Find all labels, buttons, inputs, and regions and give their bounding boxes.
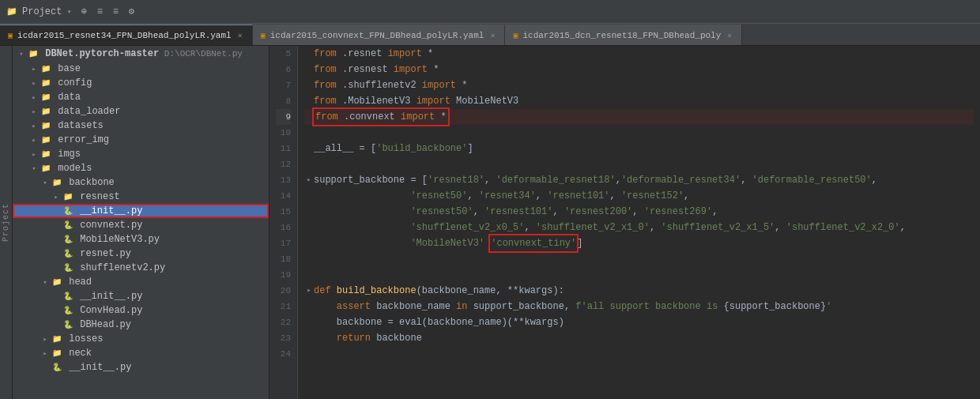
ln-5: 5 bbox=[276, 46, 291, 62]
models-folder-icon: 📁 bbox=[40, 163, 52, 174]
gutter-22 bbox=[304, 314, 314, 330]
sidebar-item-shufflenetv2[interactable]: 🐍 shufflenetv2.py bbox=[13, 261, 269, 275]
code-line-23: return backbone bbox=[304, 330, 974, 346]
gutter-21 bbox=[304, 299, 314, 314]
main-area: Project 📁 DBNet.pytorch-master D:\OCR\DB… bbox=[0, 46, 980, 399]
code-line-21: assert backbone_name in support_backbone… bbox=[304, 299, 974, 314]
gutter-20: ▸ bbox=[304, 283, 314, 299]
sidebar-item-dbhead[interactable]: 🐍 DBHead.py bbox=[13, 318, 269, 332]
sidebar-item-init-head[interactable]: 🐍 __init__.py bbox=[13, 289, 269, 303]
ln-14: 14 bbox=[276, 188, 291, 204]
resnet-py-icon: 🐍 bbox=[62, 248, 74, 259]
sidebar-label-convhead: ConvHead.py bbox=[74, 305, 142, 316]
ln-12: 12 bbox=[276, 156, 291, 172]
gutter-16 bbox=[304, 220, 314, 235]
code-line-15: 'resnest50', 'resnest101', 'resnest200',… bbox=[304, 204, 974, 220]
code-line-7: from .shufflenetv2 import * bbox=[304, 77, 974, 93]
head-folder-icon: 📁 bbox=[51, 277, 63, 288]
tab-close-1[interactable]: ✕ bbox=[236, 30, 244, 41]
datasets-expand-arrow[interactable] bbox=[28, 122, 40, 130]
ln-23: 23 bbox=[276, 330, 291, 346]
code-content[interactable]: from .resnet import * from .resnest impo… bbox=[298, 46, 980, 399]
code-line-8: from .MobilenetV3 import MobileNetV3 bbox=[304, 93, 974, 109]
tab-3[interactable]: ▣ icdar2015_dcn_resnet18_FPN_DBhead_poly… bbox=[505, 24, 742, 45]
sidebar-item-losses[interactable]: 📁 losses bbox=[13, 332, 269, 346]
root-folder-icon: 📁 bbox=[27, 48, 40, 59]
gutter-5 bbox=[304, 46, 314, 62]
tab-yaml-icon-3: ▣ bbox=[513, 31, 518, 40]
sidebar-item-base[interactable]: 📁 base bbox=[13, 62, 269, 76]
sidebar-item-datasets[interactable]: 📁 datasets bbox=[13, 119, 269, 133]
data-expand-arrow[interactable] bbox=[28, 93, 40, 102]
sidebar-label-resnest: resnest bbox=[74, 191, 120, 202]
resnest-folder-icon: 📁 bbox=[62, 191, 74, 202]
imgs-folder-icon: 📁 bbox=[40, 149, 52, 160]
sidebar-item-resnet[interactable]: 🐍 resnet.py bbox=[13, 247, 269, 261]
tab-yaml-icon-2: ▣ bbox=[261, 31, 266, 40]
sidebar-item-init-models[interactable]: 🐍 __init__.py bbox=[13, 360, 269, 375]
root-expand-arrow[interactable] bbox=[16, 50, 27, 58]
list-icon[interactable]: ≡ bbox=[93, 6, 106, 18]
sidebar-item-data[interactable]: 📁 data bbox=[13, 90, 269, 104]
sidebar-item-models[interactable]: 📁 models bbox=[13, 161, 269, 175]
sidebar-label-models: models bbox=[52, 163, 92, 174]
sidebar-item-backbone[interactable]: 📁 backbone bbox=[13, 175, 269, 190]
config-expand-arrow[interactable] bbox=[28, 79, 40, 88]
sidebar-item-head[interactable]: 📁 head bbox=[13, 275, 269, 289]
data-folder-icon: 📁 bbox=[40, 92, 52, 103]
sidebar-item-convnext[interactable]: 🐍 convnext.py bbox=[13, 218, 269, 232]
tab-2[interactable]: ▣ icdar2015_convnext_FPN_DBhead_polyLR.y… bbox=[253, 24, 506, 45]
title-bar: 📁 Project ▾ ⊕ ≡ ≡ ⚙ bbox=[0, 0, 980, 24]
folder-icon-small: 📁 bbox=[6, 6, 17, 17]
sidebar-item-neck[interactable]: 📁 neck bbox=[13, 346, 269, 360]
ln-6: 6 bbox=[276, 62, 291, 77]
dropdown-arrow[interactable]: ▾ bbox=[66, 7, 71, 17]
sidebar-item-imgs[interactable]: 📁 imgs bbox=[13, 147, 269, 161]
sidebar-item-error-img[interactable]: 📁 error_img bbox=[13, 133, 269, 147]
sort-icon[interactable]: ≡ bbox=[109, 6, 122, 18]
ln-18: 18 bbox=[276, 251, 291, 267]
sidebar-item-mobilenetv3[interactable]: 🐍 MobileNetV3.py bbox=[13, 232, 269, 247]
sidebar-label-convnext: convnext.py bbox=[74, 220, 142, 231]
code-area[interactable]: 5 6 7 8 9 10 11 12 13 14 15 16 17 18 19 … bbox=[270, 46, 980, 399]
sidebar-label-shufflenetv2: shufflenetv2.py bbox=[74, 262, 165, 273]
tab-close-3[interactable]: ✕ bbox=[726, 30, 733, 41]
losses-expand-arrow[interactable] bbox=[40, 335, 51, 344]
sidebar-item-init-backbone[interactable]: 🐍 __init__.py bbox=[13, 204, 269, 218]
sidebar-root-item[interactable]: 📁 DBNet.pytorch-master D:\OCR\DBNet.py bbox=[13, 46, 269, 62]
gutter-19 bbox=[304, 267, 314, 283]
ln-22: 22 bbox=[276, 314, 291, 330]
gutter-14 bbox=[304, 188, 314, 204]
sync-icon[interactable]: ⊕ bbox=[77, 6, 90, 18]
error-img-expand-arrow[interactable] bbox=[28, 136, 40, 145]
base-expand-arrow[interactable] bbox=[28, 65, 40, 73]
settings-icon[interactable]: ⚙ bbox=[125, 6, 138, 18]
tab-close-2[interactable]: ✕ bbox=[488, 30, 496, 41]
sidebar-item-data-loader[interactable]: 📁 data_loader bbox=[13, 104, 269, 119]
models-expand-arrow[interactable] bbox=[28, 164, 40, 173]
data-loader-expand-arrow[interactable] bbox=[28, 107, 40, 116]
project-label: Project bbox=[22, 6, 62, 17]
dbhead-py-icon: 🐍 bbox=[62, 319, 74, 330]
tab-1[interactable]: ▣ icdar2015_resnet34_FPN_DBhead_polyLR.y… bbox=[0, 24, 253, 45]
ln-13: 13 bbox=[276, 172, 291, 188]
sidebar-label-error-img: error_img bbox=[52, 134, 109, 145]
sidebar-item-resnest[interactable]: 📁 resnest bbox=[13, 190, 269, 204]
head-expand-arrow[interactable] bbox=[40, 278, 51, 287]
ln-8: 8 bbox=[276, 93, 291, 109]
resnest-expand-arrow[interactable] bbox=[51, 193, 62, 201]
code-line-12 bbox=[304, 156, 974, 172]
sidebar-label-init-models: __init__.py bbox=[63, 362, 131, 373]
sidebar-label-base: base bbox=[52, 63, 81, 74]
sidebar-item-config[interactable]: 📁 config bbox=[13, 76, 269, 90]
imgs-expand-arrow[interactable] bbox=[28, 150, 40, 159]
sidebar-item-convhead[interactable]: 🐍 ConvHead.py bbox=[13, 303, 269, 318]
code-line-24 bbox=[304, 346, 974, 362]
gutter-7 bbox=[304, 77, 314, 93]
neck-expand-arrow[interactable] bbox=[40, 349, 51, 358]
convhead-py-icon: 🐍 bbox=[62, 305, 74, 316]
backbone-folder-icon: 📁 bbox=[51, 177, 63, 188]
sidebar-label-mobilenetv3: MobileNetV3.py bbox=[74, 234, 160, 245]
gutter-6 bbox=[304, 62, 314, 77]
backbone-expand-arrow[interactable] bbox=[40, 179, 51, 187]
